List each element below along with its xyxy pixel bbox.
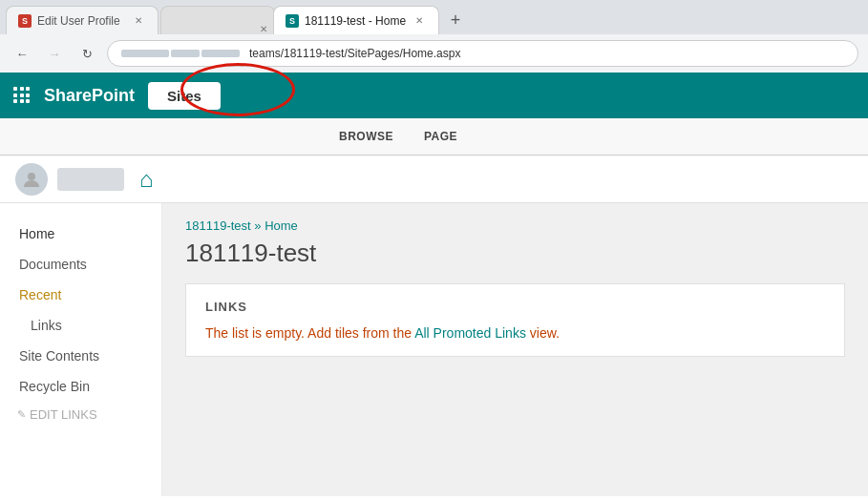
home-icon[interactable]: ⌂ [139,166,154,193]
nav-item-recent[interactable]: Recent [0,280,161,310]
left-nav: Home Documents Recent Links Site Content… [0,203,162,496]
tab-placeholder-2[interactable] [160,6,275,34]
tab-close-1[interactable]: ✕ [131,13,146,29]
ribbon-browse-button[interactable]: BROWSE [325,124,408,149]
sp-tab-icon-3: S [286,14,299,28]
all-promoted-links-link[interactable]: All Promoted Links [414,325,526,341]
nav-item-links[interactable]: Links [0,310,161,341]
breadcrumb: 181119-test » Home [162,203,868,237]
user-avatar [15,163,48,196]
tab-close-3[interactable]: ✕ [412,13,427,29]
nav-item-recycle-bin[interactable]: Recycle Bin [0,371,161,402]
sharepoint-header: SharePoint Sites [0,73,868,118]
sites-button[interactable]: Sites [148,82,221,110]
breadcrumb-current: Home [265,218,298,233]
content-area: 181119-test » Home 181119-test LINKS The… [162,203,868,496]
tab-home[interactable]: S 181119-test - Home ✕ [273,6,439,34]
tab-close-2[interactable]: ✕ [260,24,267,34]
secondary-header: ⌂ [0,156,868,203]
tab-title-3: 181119-test - Home [305,14,406,28]
sp-tab-icon-1: S [18,14,32,28]
nav-item-documents[interactable]: Documents [0,249,161,280]
ribbon: BROWSE PAGE [0,118,868,156]
pencil-icon: ✎ [17,408,26,421]
reload-button[interactable]: ↻ [74,41,99,66]
links-heading: LINKS [205,300,825,314]
breadcrumb-separator: » [254,218,261,233]
sharepoint-brand: SharePoint [44,86,135,106]
url-bar[interactable]: teams/181119-test/SitePages/Home.aspx [107,40,858,67]
user-name-placeholder [57,168,124,191]
back-button[interactable]: ← [10,41,34,66]
tab-title-1: Edit User Profile [37,14,125,28]
tab-edit-user-profile[interactable]: S Edit User Profile ✕ [6,6,159,34]
browser-chrome: S Edit User Profile ✕ ✕ S 181119-test - … [0,0,868,73]
nav-item-home[interactable]: Home [0,218,161,249]
url-text: teams/181119-test/SitePages/Home.aspx [249,47,844,60]
address-bar: ← → ↻ teams/181119-test/SitePages/Home.a… [0,34,868,73]
ribbon-page-button[interactable]: PAGE [410,124,472,149]
breadcrumb-site-link[interactable]: 181119-test [185,218,251,233]
links-box: LINKS The list is empty. Add tiles from … [185,283,845,357]
main-content: Home Documents Recent Links Site Content… [0,203,868,496]
nav-item-site-contents[interactable]: Site Contents [0,341,161,371]
nav-item-edit-links[interactable]: ✎ EDIT LINKS [0,402,161,427]
links-empty-suffix: view. [526,325,560,341]
new-tab-button[interactable]: + [441,6,470,34]
page-title: 181119-test [162,237,868,283]
tab-bar: S Edit User Profile ✕ ✕ S 181119-test - … [0,0,868,34]
links-empty-text: The list is empty. Add tiles from the [205,325,414,341]
svg-point-0 [28,173,35,180]
forward-button[interactable]: → [42,41,67,66]
links-empty-message: The list is empty. Add tiles from the Al… [205,325,825,341]
waffle-button[interactable] [13,87,31,104]
